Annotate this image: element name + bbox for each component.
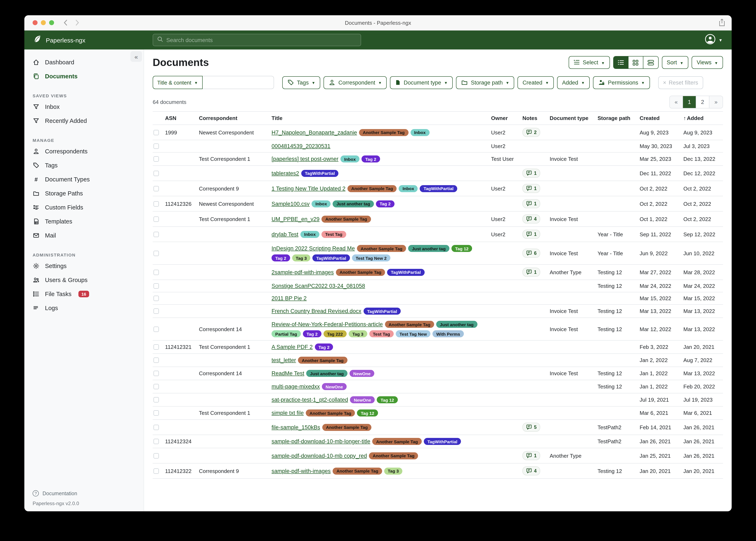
document-link[interactable]: Sample100.csv: [272, 201, 310, 207]
tag-pill[interactable]: Tag 3: [292, 255, 310, 262]
row-checkbox[interactable]: [154, 371, 159, 376]
filter-button-correspondent[interactable]: Correspondent▼: [324, 76, 387, 89]
sidebar-item-dashboard[interactable]: Dashboard: [24, 55, 144, 69]
grid-view-button[interactable]: [628, 57, 643, 68]
tag-pill[interactable]: Just another tag: [408, 245, 449, 252]
tag-pill[interactable]: Another Sample Tag: [357, 245, 406, 252]
tag-pill[interactable]: TagWithPartial: [387, 269, 424, 275]
document-link[interactable]: A Sample PDF 2: [272, 344, 313, 350]
filter-text-input[interactable]: [202, 76, 274, 89]
document-link[interactable]: ReadMe Test: [272, 370, 304, 376]
document-link[interactable]: drylab Test: [272, 231, 298, 237]
select-button[interactable]: Select ▼: [569, 56, 610, 69]
document-link[interactable]: French Country Bread Revised.docx: [272, 308, 361, 314]
tag-pill[interactable]: Another Sample Tag: [333, 467, 382, 474]
cell-correspondent[interactable]: Test Correspondent 1: [199, 410, 270, 416]
tag-pill[interactable]: Test Tag: [369, 330, 394, 337]
sidebar-item-document-types[interactable]: #Document Types: [24, 172, 144, 186]
detail-view-button[interactable]: [643, 57, 658, 68]
minimize-window-button[interactable]: [41, 20, 46, 25]
tag-pill[interactable]: Another Sample Tag: [322, 424, 372, 431]
cell-correspondent[interactable]: Correspondent 9: [199, 185, 270, 192]
row-checkbox[interactable]: [154, 439, 159, 444]
column-header-asn[interactable]: ASN: [165, 115, 197, 121]
column-header-notes[interactable]: Notes: [522, 115, 548, 121]
document-link[interactable]: 0004814539_20230531: [272, 143, 330, 149]
sidebar-item-file-tasks[interactable]: File Tasks16: [24, 287, 144, 301]
back-icon[interactable]: [63, 19, 68, 26]
notes-badge[interactable]: 1: [522, 230, 540, 239]
row-checkbox[interactable]: [154, 232, 159, 237]
filter-button-document-type[interactable]: Document type▼: [390, 76, 452, 89]
tag-pill[interactable]: Tag 12: [451, 245, 472, 252]
document-link[interactable]: 2011 BP Pie 2: [272, 295, 307, 301]
pagination-page-1[interactable]: 1: [683, 96, 696, 108]
document-link[interactable]: sample-pdf-download-10-mb copy_red: [272, 452, 367, 459]
tag-pill[interactable]: Tag 2: [361, 156, 380, 163]
tag-pill[interactable]: Inbox: [399, 185, 418, 192]
tag-pill[interactable]: With Perms: [433, 330, 464, 337]
document-link[interactable]: sample-pdf-with-images: [272, 468, 331, 474]
search-field-selector[interactable]: Title & content ▼: [153, 76, 202, 89]
documentation-link[interactable]: ? Documentation: [33, 488, 135, 499]
row-checkbox[interactable]: [154, 216, 159, 222]
cell-correspondent[interactable]: Test Correspondent 1: [199, 216, 270, 222]
sidebar-item-users-groups[interactable]: Users & Groups: [24, 273, 144, 287]
row-checkbox[interactable]: [154, 144, 159, 149]
sidebar-item-mail[interactable]: Mail: [24, 229, 144, 243]
row-checkbox[interactable]: [154, 453, 159, 458]
notes-badge[interactable]: 1: [522, 451, 540, 460]
document-link[interactable]: sample-pdf-download-10-mb-longer-title: [272, 438, 370, 444]
document-link[interactable]: [paperless] test post-owner: [272, 156, 338, 162]
document-link[interactable]: 1 Testing New Title Updated 2: [272, 185, 345, 192]
tag-pill[interactable]: NewOne: [350, 396, 375, 403]
tag-pill[interactable]: Another Sample Tag: [372, 438, 422, 445]
sidebar-item-custom-fields[interactable]: Custom Fields: [24, 201, 144, 215]
row-checkbox[interactable]: [154, 384, 159, 389]
notes-badge[interactable]: 1: [522, 199, 540, 208]
row-checkbox[interactable]: [154, 424, 159, 430]
filter-button-storage-path[interactable]: Storage path▼: [456, 76, 514, 89]
sidebar-item-logs[interactable]: Logs: [24, 301, 144, 315]
cell-correspondent[interactable]: Correspondent 14: [199, 370, 270, 376]
row-checkbox[interactable]: [154, 186, 159, 191]
tag-pill[interactable]: Another Sample Tag: [385, 321, 434, 328]
document-link[interactable]: H7_Napoleon_Bonaparte_zadanie: [272, 129, 357, 136]
cell-correspondent[interactable]: Correspondent 9: [199, 468, 270, 474]
notes-badge[interactable]: 2: [522, 128, 540, 137]
tag-pill[interactable]: TagWithPartial: [420, 185, 457, 192]
tag-pill[interactable]: Tag 12: [377, 396, 398, 403]
tag-pill[interactable]: Just another tag: [333, 200, 374, 207]
column-header-title[interactable]: Title: [272, 115, 489, 121]
filter-button-permissions[interactable]: Permissions▼: [593, 76, 650, 89]
sidebar-item-documents[interactable]: Documents: [24, 69, 144, 83]
row-checkbox[interactable]: [154, 308, 159, 314]
tag-pill[interactable]: Test Tag New 2: [352, 255, 390, 262]
tag-pill[interactable]: TagWithPartial: [424, 438, 461, 445]
cell-correspondent[interactable]: Newest Correspondent: [199, 201, 270, 207]
column-header-document-type[interactable]: Document type: [550, 115, 596, 121]
row-checkbox[interactable]: [154, 296, 159, 301]
tag-pill[interactable]: Another Sample Tag: [306, 409, 355, 416]
tag-pill[interactable]: Another Sample Tag: [336, 269, 385, 275]
filter-button-created[interactable]: Created▼: [517, 76, 554, 89]
user-menu[interactable]: ▼: [705, 34, 723, 46]
tag-pill[interactable]: NewOne: [322, 383, 347, 390]
notes-badge[interactable]: 4: [522, 215, 540, 224]
cell-correspondent[interactable]: Correspondent 14: [199, 326, 270, 332]
column-header-created[interactable]: Created: [640, 115, 682, 121]
tag-pill[interactable]: Tag 222: [323, 330, 347, 337]
tag-pill[interactable]: Tag 2: [303, 330, 321, 337]
tag-pill[interactable]: Tag 2: [272, 255, 290, 262]
pagination-page-2[interactable]: 2: [696, 96, 709, 108]
row-checkbox[interactable]: [154, 397, 159, 402]
tag-pill[interactable]: Inbox: [340, 156, 359, 163]
sidebar-item-templates[interactable]: Templates: [24, 215, 144, 229]
tag-pill[interactable]: Another Sample Tag: [322, 216, 371, 223]
sidebar-collapse-button[interactable]: «: [130, 51, 142, 62]
sidebar-item-inbox[interactable]: Inbox: [24, 100, 144, 114]
sidebar-item-correspondents[interactable]: Correspondents: [24, 144, 144, 158]
tag-pill[interactable]: Tag 3: [349, 330, 367, 337]
share-icon[interactable]: [719, 19, 725, 28]
cell-correspondent[interactable]: Test Correspondent 1: [199, 344, 270, 350]
